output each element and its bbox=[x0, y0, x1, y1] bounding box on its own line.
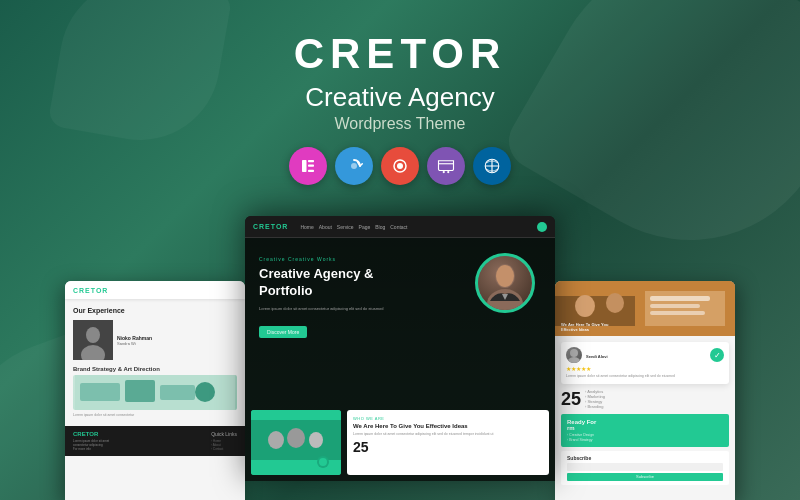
svg-rect-16 bbox=[160, 385, 195, 400]
svg-point-25 bbox=[309, 432, 323, 448]
green-item-1: › Creative Design bbox=[567, 433, 723, 437]
hero-text: Creative Creative Works Creative Agency … bbox=[245, 238, 555, 338]
right-top-heading: We Are Here To Give YouEffective Ideas bbox=[561, 322, 608, 332]
screenshot-right: We Are Here To Give YouEffective Ideas S… bbox=[555, 281, 735, 500]
white-info-card: WHO WE ARE We Are Here To Give You Effec… bbox=[347, 410, 549, 475]
screenshots-container: CRETOR Our Experience Nioko Rahman bbox=[0, 201, 800, 481]
testimonial-card: Sendi Alovi ✓ ★★★★★ Lorem ipsum dolor si… bbox=[561, 342, 729, 384]
person-title: Sandra Wi bbox=[117, 341, 152, 346]
center-bottom-cards: WHO WE ARE We Are Here To Give You Effec… bbox=[245, 410, 555, 481]
svg-point-24 bbox=[287, 428, 305, 448]
svg-point-36 bbox=[570, 349, 578, 357]
nav-link-blog: Blog bbox=[375, 224, 385, 230]
header: CRETOR Creative Agency Wordpress Theme bbox=[0, 0, 800, 185]
brand-subtitle: Creative Agency bbox=[0, 82, 800, 113]
brand-theme: Wordpress Theme bbox=[0, 115, 800, 133]
subscribe-button[interactable]: Subscribe bbox=[567, 473, 723, 481]
left-logo: CRETOR bbox=[73, 287, 108, 294]
green-section-items: › Creative Design › Brand Strategy bbox=[567, 433, 723, 442]
footer-link-3: › Contact bbox=[211, 447, 237, 451]
left-section-title: Brand Strategy & Art Direction bbox=[73, 366, 237, 372]
subscribe-section: Subscribe Subscribe bbox=[561, 451, 729, 485]
brand-name: CRETOR bbox=[0, 30, 800, 78]
right-content: Sendi Alovi ✓ ★★★★★ Lorem ipsum dolor si… bbox=[555, 336, 735, 491]
woocommerce-icon bbox=[427, 147, 465, 185]
gravity-forms-icon bbox=[381, 147, 419, 185]
nav-link-about: About bbox=[319, 224, 332, 230]
hero-label: Creative Creative Works bbox=[259, 256, 541, 262]
svg-point-7 bbox=[443, 171, 445, 173]
revolution-slider-icon bbox=[335, 147, 373, 185]
stat-label: › Analytics › Marketing › Strategy › Bra… bbox=[585, 389, 605, 409]
nav-link-page: Page bbox=[359, 224, 371, 230]
left-section-image bbox=[73, 375, 237, 410]
svg-rect-15 bbox=[125, 380, 155, 402]
green-item-2: › Brand Strategy bbox=[567, 438, 723, 442]
person-name: Nioko Rahman bbox=[117, 335, 152, 341]
screenshot-left: CRETOR Our Experience Nioko Rahman bbox=[65, 281, 245, 500]
testimonial-stars: ★★★★★ bbox=[566, 365, 724, 372]
svg-rect-35 bbox=[650, 311, 705, 315]
svg-rect-0 bbox=[302, 160, 307, 172]
nav-cta-dot bbox=[537, 222, 547, 232]
svg-point-30 bbox=[575, 295, 595, 317]
svg-rect-1 bbox=[308, 160, 314, 162]
svg-point-23 bbox=[268, 431, 284, 449]
left-brand-section: Nioko Rahman Sandra Wi Brand Strategy & … bbox=[73, 320, 237, 418]
right-top-image: We Are Here To Give YouEffective Ideas bbox=[555, 281, 735, 336]
stat-number: 25 bbox=[561, 389, 581, 410]
left-nav: CRETOR bbox=[65, 281, 245, 299]
hero-desc: Lorem ipsum dolor sit amet consectetur a… bbox=[259, 306, 541, 312]
right-top-text: We Are Here To Give YouEffective Ideas bbox=[561, 322, 608, 332]
nav-link-home: Home bbox=[300, 224, 313, 230]
footer-links-title: Quick Links bbox=[211, 431, 237, 437]
testimonial-text: Lorem ipsum dolor sit amet consectetur a… bbox=[566, 374, 724, 379]
svg-rect-3 bbox=[308, 170, 314, 172]
svg-point-11 bbox=[86, 327, 100, 343]
subscribe-button-label: Subscribe bbox=[636, 474, 654, 479]
card-label: WHO WE ARE bbox=[353, 416, 543, 421]
wordpress-icon bbox=[473, 147, 511, 185]
left-footer: CRETOR Lorem ipsum dolor sit ametconsect… bbox=[65, 426, 245, 457]
nav-link-contact: Contact bbox=[390, 224, 407, 230]
left-person: Nioko Rahman Sandra Wi bbox=[73, 320, 237, 360]
center-hero: Creative Creative Works Creative Agency … bbox=[245, 238, 555, 481]
svg-point-31 bbox=[606, 293, 624, 313]
svg-point-17 bbox=[195, 382, 215, 402]
subscribe-input-placeholder bbox=[567, 463, 723, 471]
svg-point-6 bbox=[397, 163, 403, 169]
svg-rect-34 bbox=[650, 304, 700, 308]
left-heading: Our Experience bbox=[73, 307, 237, 314]
left-content: Our Experience Nioko Rahman Sandra Wi bbox=[65, 299, 245, 426]
center-nav-links: Home About Service Page Blog Contact bbox=[300, 224, 407, 230]
svg-point-4 bbox=[351, 163, 357, 169]
card-text: Lorem ipsum dolor sit amet consectetur a… bbox=[353, 432, 543, 437]
center-nav-logo: CRETOR bbox=[253, 223, 288, 230]
svg-rect-2 bbox=[308, 165, 314, 167]
svg-point-8 bbox=[447, 171, 449, 173]
center-nav: CRETOR Home About Service Page Blog Cont… bbox=[245, 216, 555, 238]
hero-button[interactable]: Discover More bbox=[259, 326, 307, 338]
subscribe-title: Subscribe bbox=[567, 455, 723, 461]
svg-rect-14 bbox=[80, 383, 120, 401]
screenshot-center: CRETOR Home About Service Page Blog Cont… bbox=[245, 216, 555, 481]
plugin-icons-row bbox=[0, 147, 800, 185]
testimonial-author: Sendi Alovi bbox=[586, 354, 608, 359]
hero-title: Creative Agency &Portfolio bbox=[259, 266, 541, 300]
svg-point-27 bbox=[319, 458, 327, 466]
card-title: We Are Here To Give You Effective Ideas bbox=[353, 423, 543, 429]
left-avatar bbox=[73, 320, 113, 360]
svg-point-37 bbox=[567, 357, 581, 363]
card-number: 25 bbox=[353, 439, 543, 455]
stat-row: 25 › Analytics › Marketing › Strategy › … bbox=[561, 389, 729, 410]
svg-rect-33 bbox=[650, 296, 710, 301]
green-card bbox=[251, 410, 341, 475]
green-section-title: Ready Forrm bbox=[567, 419, 723, 431]
left-section-text: Lorem ipsum dolor sit amet consectetur bbox=[73, 413, 237, 418]
elementor-icon bbox=[289, 147, 327, 185]
footer-links: Quick Links › Home › About › Contact bbox=[211, 431, 237, 451]
right-green-section: Ready Forrm › Creative Design › Brand St… bbox=[561, 414, 729, 447]
nav-link-service: Service bbox=[337, 224, 354, 230]
